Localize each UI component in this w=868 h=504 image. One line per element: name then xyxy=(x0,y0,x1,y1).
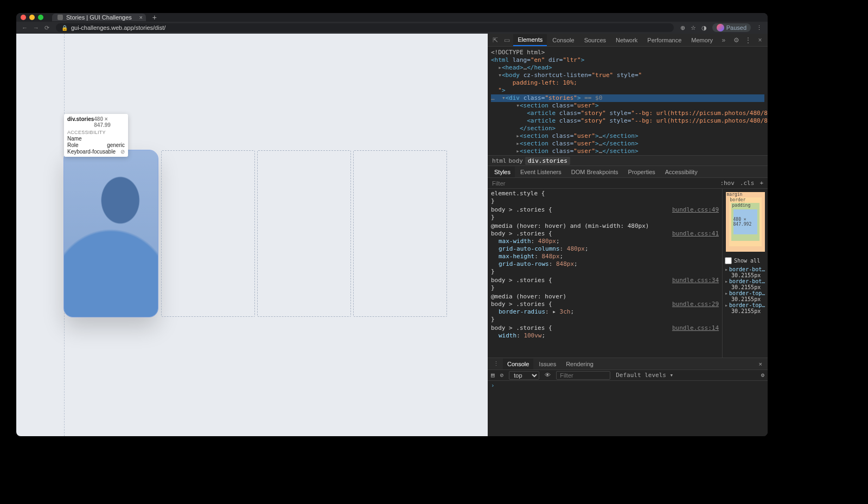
browser-window: Stories | GUI Challenges × + ← → ⟳ 🔒 gui… xyxy=(16,13,768,436)
styles-pane: element.style { } bundle.css:49 body > .… xyxy=(488,189,768,358)
dom-line: <html lang="en" dir="ltr"> xyxy=(491,56,764,64)
tab-console[interactable]: Console xyxy=(548,35,578,46)
box-model[interactable]: margin- border padding 480 × 847.992 xyxy=(723,189,768,255)
tooltip-selector: div.stories xyxy=(67,116,94,128)
dom-line: ▸<section class="user">…</section> xyxy=(491,132,764,140)
kebab-icon[interactable]: ⋮ xyxy=(743,36,754,44)
style-rules[interactable]: element.style { } bundle.css:49 body > .… xyxy=(488,189,722,358)
close-window-icon[interactable] xyxy=(21,15,26,20)
tooltip-kbd-value: ⊘ xyxy=(120,149,125,155)
styles-filter-bar: :hov .cls + xyxy=(488,178,768,189)
show-all-checkbox[interactable]: Show all xyxy=(725,257,765,264)
dom-tree[interactable]: <!DOCTYPE html> <html lang="en" dir="ltr… xyxy=(488,47,768,155)
dom-line: ▸<section class="user">…</section> xyxy=(491,148,764,155)
story-placeholder xyxy=(161,150,255,317)
device-toggle-icon[interactable]: ▭ xyxy=(502,36,513,44)
new-tab-button[interactable]: + xyxy=(149,13,160,22)
cls-toggle[interactable]: .cls xyxy=(740,180,755,187)
tab-memory[interactable]: Memory xyxy=(687,35,717,46)
drawer-tab-console[interactable]: Console xyxy=(503,359,533,369)
tab-elements[interactable]: Elements xyxy=(513,34,547,46)
subtab-dom-breakpoints[interactable]: DOM Breakpoints xyxy=(567,167,623,177)
rule-selector: element.style { xyxy=(491,190,545,197)
rendered-page[interactable]: div.stories 480 × 847.99 ACCESSIBILITY N… xyxy=(16,34,488,436)
tab-strip: Stories | GUI Challenges × + xyxy=(16,13,768,22)
subtab-event-listeners[interactable]: Event Listeners xyxy=(516,167,566,177)
close-tab-icon[interactable]: × xyxy=(139,14,142,21)
rule-link[interactable]: bundle.css:34 xyxy=(672,277,719,284)
dom-breadcrumbs: html body div.stories xyxy=(488,155,768,166)
console-filter-input[interactable] xyxy=(556,371,610,380)
profile-label: Paused xyxy=(726,24,746,31)
drawer-menu-icon[interactable]: ⋮ xyxy=(490,360,502,367)
console-settings-icon[interactable]: ⚙ xyxy=(761,372,764,379)
tab-sources[interactable]: Sources xyxy=(580,35,610,46)
show-all-input[interactable] xyxy=(725,257,732,264)
search-icon[interactable]: ⊕ xyxy=(680,24,685,31)
hov-toggle[interactable]: :hov xyxy=(720,180,735,187)
dom-line: <article class="story" style="--bg: url(… xyxy=(491,117,764,125)
minimize-window-icon[interactable] xyxy=(29,15,35,20)
inspect-highlight xyxy=(64,150,158,317)
dom-line: </section> xyxy=(491,125,764,132)
rule-link[interactable]: bundle.css:29 xyxy=(672,301,719,308)
box-model-content: 480 × 847.992 xyxy=(733,209,757,234)
console-prompt[interactable] xyxy=(491,382,764,389)
computed-list[interactable]: Show all ▸border-bot… 30.2155px ▸border-… xyxy=(723,255,768,358)
shield-icon[interactable]: ◑ xyxy=(701,24,707,31)
content-split: div.stories 480 × 847.99 ACCESSIBILITY N… xyxy=(16,34,768,436)
computed-sidepane: margin- border padding 480 × 847.992 Sho… xyxy=(722,189,768,358)
clear-console-icon[interactable]: ⊘ xyxy=(500,372,504,379)
close-devtools-icon[interactable]: × xyxy=(755,36,765,44)
console-sidebar-icon[interactable]: ▤ xyxy=(491,372,495,379)
crumb-html[interactable]: html xyxy=(492,157,507,164)
console-toolbar: ▤ ⊘ top 👁 Default levels ▾ ⚙ xyxy=(488,370,768,381)
subtab-accessibility[interactable]: Accessibility xyxy=(661,167,702,177)
tooltip-name-label: Name xyxy=(67,136,82,142)
inspect-element-icon[interactable]: ⇱ xyxy=(490,36,501,44)
kebab-menu-icon[interactable]: ⋮ xyxy=(756,24,762,31)
tab-network[interactable]: Network xyxy=(611,35,642,46)
address-bar[interactable]: 🔒 gui-challenges.web.app/stories/dist/ xyxy=(56,23,674,32)
profile-chip[interactable]: Paused xyxy=(712,23,751,32)
log-levels[interactable]: Default levels ▾ xyxy=(616,372,673,379)
dom-line: padding-left: 10%; xyxy=(491,79,764,87)
tooltip-dimensions: 480 × 847.99 xyxy=(94,116,125,128)
crumb-body[interactable]: body xyxy=(509,157,524,164)
console-body[interactable] xyxy=(488,381,768,436)
reload-button[interactable]: ⟳ xyxy=(44,24,49,31)
rule-link[interactable]: bundle.css:14 xyxy=(672,324,719,332)
dom-line: ▸<section class="user">…</section> xyxy=(491,140,764,148)
close-drawer-icon[interactable]: × xyxy=(756,361,765,367)
more-tabs-icon[interactable]: » xyxy=(718,36,729,44)
context-selector[interactable]: top xyxy=(509,371,539,380)
dom-line: ▸<head>…</head> xyxy=(491,64,764,72)
tab-performance[interactable]: Performance xyxy=(643,35,686,46)
styles-filter-input[interactable] xyxy=(492,180,714,187)
crumb-stories[interactable]: div.stories xyxy=(525,157,570,165)
zoom-window-icon[interactable] xyxy=(38,15,43,20)
subtab-properties[interactable]: Properties xyxy=(624,167,660,177)
rule-link[interactable]: bundle.css:49 xyxy=(672,206,719,214)
forward-button[interactable]: → xyxy=(33,24,39,31)
back-button[interactable]: ← xyxy=(22,24,28,31)
subtab-styles[interactable]: Styles xyxy=(490,167,515,177)
new-rule-button[interactable]: + xyxy=(760,180,763,187)
devtools-tabs: ⇱ ▭ Elements Console Sources Network Per… xyxy=(488,34,768,47)
story-placeholder xyxy=(353,150,447,317)
settings-icon[interactable]: ⚙ xyxy=(731,36,742,44)
favicon-icon xyxy=(58,15,63,20)
tooltip-role-label: Role xyxy=(67,142,79,148)
dom-line-selected[interactable]: … ▾<div class="stories"> == $0 xyxy=(491,94,764,102)
rule-link[interactable]: bundle.css:41 xyxy=(672,230,719,238)
drawer-tab-issues[interactable]: Issues xyxy=(534,359,560,369)
drawer-tab-rendering[interactable]: Rendering xyxy=(561,359,598,369)
dom-line: ▾<body cz-shortcut-listen="true" style=" xyxy=(491,72,764,79)
styles-subtabs: Styles Event Listeners DOM Breakpoints P… xyxy=(488,166,768,178)
avatar-icon xyxy=(717,24,724,31)
tooltip-role-value: generic xyxy=(107,142,125,148)
bookmark-icon[interactable]: ☆ xyxy=(691,24,696,31)
browser-tab[interactable]: Stories | GUI Challenges × xyxy=(52,14,146,21)
dom-line: <!DOCTYPE html> xyxy=(491,49,764,56)
live-expression-icon[interactable]: 👁 xyxy=(545,372,551,379)
